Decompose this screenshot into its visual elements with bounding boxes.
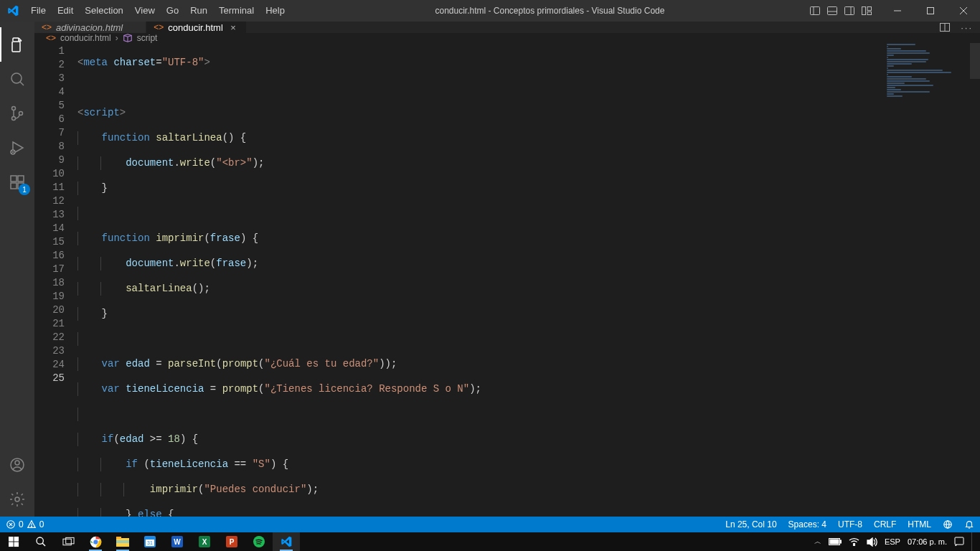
- code-content[interactable]: <meta charset="UTF-8"> <script> function…: [77, 43, 980, 551]
- editor-tabs: <> adivinacion.html × <> conducir.html ×…: [34, 22, 980, 33]
- activity-accounts[interactable]: [0, 448, 34, 482]
- start-button[interactable]: [0, 532, 27, 551]
- tray-notifications-icon[interactable]: [954, 537, 964, 547]
- toggle-secondary-sidebar-icon[interactable]: [844, 5, 855, 17]
- svg-rect-40: [62, 539, 70, 545]
- svg-rect-34: [9, 537, 14, 542]
- svg-point-17: [19, 112, 23, 116]
- svg-point-62: [853, 545, 854, 546]
- windows-taskbar: 31 W X P ︿ ESP 07:06 p. m.: [0, 532, 980, 551]
- menu-terminal[interactable]: Terminal: [213, 0, 260, 22]
- svg-text:X: X: [202, 538, 207, 546]
- svg-rect-6: [862, 7, 866, 15]
- svg-rect-4: [845, 7, 854, 15]
- svg-rect-60: [840, 540, 842, 543]
- svg-rect-63: [955, 537, 963, 545]
- extensions-badge: 1: [19, 184, 30, 195]
- activity-settings[interactable]: [0, 482, 34, 517]
- layout-controls: [809, 5, 881, 17]
- html-file-icon: <>: [154, 22, 164, 32]
- tray-clock[interactable]: 07:06 p. m.: [908, 538, 947, 546]
- taskbar-spotify[interactable]: [245, 532, 273, 551]
- tray-volume-icon[interactable]: [867, 537, 877, 547]
- svg-rect-48: [116, 540, 129, 543]
- taskbar-word[interactable]: W: [164, 532, 191, 551]
- taskbar-vscode[interactable]: [273, 532, 300, 551]
- tray-chevron-up-icon[interactable]: ︿: [814, 537, 821, 547]
- toggle-primary-sidebar-icon[interactable]: [809, 5, 821, 17]
- svg-point-16: [12, 117, 16, 121]
- svg-rect-22: [18, 176, 24, 182]
- breadcrumb-symbol[interactable]: script: [137, 33, 158, 43]
- activity-extensions[interactable]: 1: [0, 165, 34, 199]
- svg-rect-8: [867, 12, 872, 15]
- svg-point-38: [37, 537, 43, 544]
- menu-help[interactable]: Help: [260, 0, 291, 22]
- activity-source-control[interactable]: [0, 96, 34, 131]
- svg-text:W: W: [174, 538, 181, 546]
- svg-rect-7: [867, 7, 872, 11]
- html-file-icon: <>: [42, 22, 52, 32]
- menu-edit[interactable]: Edit: [52, 0, 79, 22]
- status-notifications-icon[interactable]: [958, 519, 980, 529]
- tab-label: conducir.html: [168, 22, 223, 33]
- svg-rect-10: [928, 8, 934, 14]
- customize-layout-icon[interactable]: [861, 5, 872, 17]
- status-cursor-position[interactable]: Ln 25, Col 10: [720, 519, 782, 529]
- more-actions-icon[interactable]: ···: [961, 22, 973, 33]
- menu-run[interactable]: Run: [184, 0, 213, 22]
- status-bar: 0 0 Ln 25, Col 10 Spaces: 4 UTF-8 CRLF H…: [0, 517, 980, 532]
- taskbar-search-icon[interactable]: [27, 532, 55, 551]
- menu-file[interactable]: File: [25, 0, 52, 22]
- taskbar-powerpoint[interactable]: P: [218, 532, 245, 551]
- system-tray: ︿ ESP 07:06 p. m.: [814, 532, 980, 551]
- activity-search[interactable]: [0, 62, 34, 96]
- taskbar-file-explorer[interactable]: [109, 532, 136, 551]
- svg-point-32: [31, 526, 32, 527]
- status-language[interactable]: HTML: [902, 519, 937, 529]
- status-indentation[interactable]: Spaces: 4: [783, 519, 832, 529]
- breadcrumb[interactable]: <> conducir.html › script: [34, 33, 980, 43]
- svg-rect-0: [811, 7, 820, 15]
- tab-adivinacion[interactable]: <> adivinacion.html ×: [34, 22, 146, 33]
- toggle-panel-icon[interactable]: [826, 5, 838, 17]
- maximize-button[interactable]: [914, 0, 947, 22]
- tray-battery-icon[interactable]: [829, 538, 842, 546]
- menubar: File Edit Selection View Go Run Terminal…: [25, 0, 291, 22]
- code-editor[interactable]: 1234567891011121314151617181920212223242…: [34, 43, 980, 551]
- svg-rect-20: [11, 183, 17, 189]
- activity-bar: 1: [0, 22, 34, 517]
- editor-area: <> adivinacion.html × <> conducir.html ×…: [34, 22, 980, 517]
- close-icon[interactable]: ×: [227, 22, 239, 33]
- svg-rect-47: [116, 537, 121, 539]
- status-eol[interactable]: CRLF: [868, 519, 902, 529]
- minimap[interactable]: [884, 43, 970, 551]
- close-button[interactable]: [947, 0, 980, 22]
- svg-point-44: [93, 540, 98, 544]
- svg-text:P: P: [230, 538, 235, 546]
- svg-rect-37: [14, 542, 19, 547]
- menu-selection[interactable]: Selection: [79, 0, 128, 22]
- titlebar: File Edit Selection View Go Run Terminal…: [0, 0, 980, 22]
- breadcrumb-file[interactable]: conducir.html: [60, 33, 111, 43]
- status-errors[interactable]: 0 0: [0, 519, 50, 529]
- menu-go[interactable]: Go: [161, 0, 184, 22]
- split-editor-icon[interactable]: [939, 22, 951, 33]
- status-feedback-icon[interactable]: [937, 519, 958, 529]
- taskbar-calendar[interactable]: 31: [136, 532, 164, 551]
- show-desktop[interactable]: [971, 532, 974, 551]
- scrollbar[interactable]: [970, 43, 980, 551]
- tray-wifi-icon[interactable]: [849, 537, 859, 546]
- status-encoding[interactable]: UTF-8: [832, 519, 868, 529]
- vscode-logo-icon: [0, 5, 25, 17]
- taskbar-excel[interactable]: X: [191, 532, 218, 551]
- minimize-button[interactable]: [881, 0, 914, 22]
- activity-explorer[interactable]: [0, 27, 34, 62]
- taskbar-chrome[interactable]: [82, 532, 109, 551]
- menu-view[interactable]: View: [129, 0, 161, 22]
- tab-conducir[interactable]: <> conducir.html ×: [146, 22, 247, 33]
- tray-language[interactable]: ESP: [885, 537, 900, 546]
- task-view-icon[interactable]: [55, 532, 82, 551]
- activity-run-debug[interactable]: [0, 131, 34, 165]
- svg-rect-41: [65, 537, 73, 544]
